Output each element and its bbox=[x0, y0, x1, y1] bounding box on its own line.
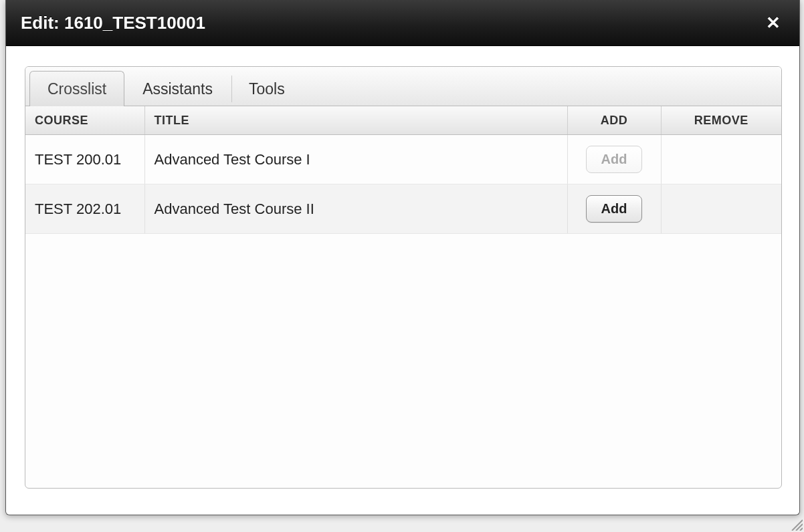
tab-label: Tools bbox=[249, 80, 285, 98]
cell-title: Advanced Test Course II bbox=[144, 184, 567, 234]
dialog-titlebar: Edit: 1610_TEST10001 ✕ bbox=[6, 0, 799, 46]
tab-label: Assistants bbox=[142, 80, 213, 98]
add-button[interactable]: Add bbox=[586, 195, 643, 223]
cell-course: TEST 202.01 bbox=[25, 184, 144, 234]
svg-line-2 bbox=[800, 528, 803, 531]
col-header-remove: REMOVE bbox=[661, 106, 781, 135]
cell-remove bbox=[661, 135, 781, 184]
table-row: TEST 202.01 Advanced Test Course II Add bbox=[25, 184, 781, 234]
edit-dialog: Edit: 1610_TEST10001 ✕ Crosslist Assista… bbox=[5, 0, 800, 515]
dialog-title: Edit: 1610_TEST10001 bbox=[21, 13, 205, 33]
tab-assistants[interactable]: Assistants bbox=[124, 71, 231, 106]
cell-add: Add bbox=[567, 184, 661, 234]
col-header-title: TITLE bbox=[144, 106, 567, 135]
table-row: TEST 200.01 Advanced Test Course I Add bbox=[25, 135, 781, 184]
add-button: Add bbox=[586, 146, 643, 173]
tab-bar: Crosslist Assistants Tools bbox=[25, 67, 781, 106]
tab-tools[interactable]: Tools bbox=[231, 71, 303, 106]
tab-label: Crosslist bbox=[47, 80, 106, 98]
content-panel: Crosslist Assistants Tools COURSE TITLE bbox=[25, 66, 782, 489]
close-icon[interactable]: ✕ bbox=[762, 11, 785, 34]
tab-crosslist[interactable]: Crosslist bbox=[29, 71, 124, 106]
resize-grip-icon[interactable] bbox=[788, 516, 803, 531]
col-header-course: COURSE bbox=[25, 106, 144, 135]
cell-add: Add bbox=[567, 135, 661, 184]
cell-remove bbox=[661, 184, 781, 234]
cell-course: TEST 200.01 bbox=[25, 135, 144, 184]
dialog-body: Crosslist Assistants Tools COURSE TITLE bbox=[6, 46, 799, 515]
table-header-row: COURSE TITLE ADD REMOVE bbox=[25, 106, 781, 135]
course-table: COURSE TITLE ADD REMOVE TEST 200.01 Adva… bbox=[25, 106, 781, 234]
cell-title: Advanced Test Course I bbox=[144, 135, 567, 184]
col-header-add: ADD bbox=[567, 106, 661, 135]
